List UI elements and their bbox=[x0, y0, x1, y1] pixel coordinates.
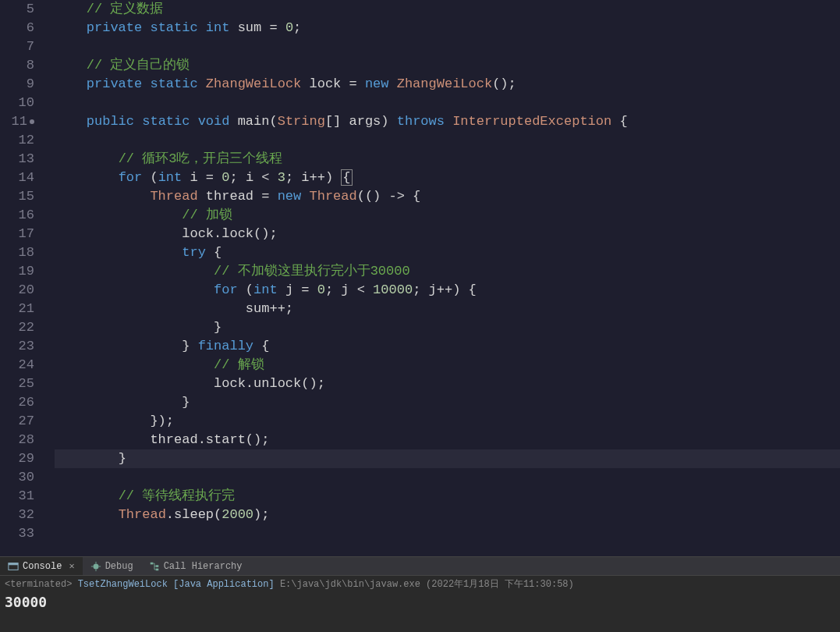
code-line[interactable] bbox=[55, 94, 840, 112]
code-editor[interactable]: 5 6 7 8 9 10 11 12 13 14 15 16 17 18 19 … bbox=[0, 0, 840, 556]
code-line[interactable]: private static int sum = 0; bbox=[55, 19, 840, 37]
hierarchy-icon bbox=[149, 561, 160, 572]
svg-rect-1 bbox=[9, 563, 18, 565]
code-line[interactable] bbox=[55, 468, 840, 487]
panel-tabs: Console ✕ Debug Call Hierarchy bbox=[0, 557, 840, 576]
console-icon bbox=[8, 561, 19, 572]
run-timestamp: (2022年1月18日 下午11:30:58) bbox=[426, 579, 574, 590]
tab-callh-label: Call Hierarchy bbox=[164, 561, 243, 572]
console-output[interactable]: 30000 bbox=[0, 592, 840, 632]
code-line[interactable]: } bbox=[55, 318, 840, 337]
code-line[interactable]: for (int i = 0; i < 3; i++) { bbox=[55, 169, 840, 187]
code-line[interactable]: // 等待线程执行完 bbox=[55, 487, 840, 506]
code-line[interactable]: thread.start(); bbox=[55, 431, 840, 449]
code-line[interactable] bbox=[55, 524, 840, 543]
code-line[interactable]: Thread.sleep(2000); bbox=[55, 506, 840, 524]
code-line[interactable]: // 加锁 bbox=[55, 206, 840, 225]
svg-rect-7 bbox=[150, 562, 153, 564]
svg-rect-8 bbox=[155, 565, 158, 567]
tab-console-label: Console bbox=[23, 561, 62, 572]
tab-debug-label: Debug bbox=[105, 561, 133, 572]
tab-debug[interactable]: Debug bbox=[83, 557, 141, 575]
close-icon[interactable]: ✕ bbox=[69, 560, 74, 572]
code-area[interactable]: // 定义数据 private static int sum = 0; // 定… bbox=[47, 0, 840, 556]
code-line[interactable]: for (int j = 0; j < 10000; j++) { bbox=[55, 281, 840, 300]
tab-console[interactable]: Console ✕ bbox=[0, 557, 83, 575]
code-line[interactable]: private static ZhangWeiLock lock = new Z… bbox=[55, 75, 840, 94]
code-line[interactable]: } bbox=[55, 393, 840, 412]
code-line[interactable] bbox=[55, 131, 840, 150]
code-line[interactable]: public static void main(String[] args) t… bbox=[55, 112, 840, 131]
code-line[interactable]: sum++; bbox=[55, 300, 840, 318]
code-line[interactable]: lock.unlock(); bbox=[55, 375, 840, 393]
code-line[interactable]: // 定义自己的锁 bbox=[55, 56, 840, 75]
bottom-panel: Console ✕ Debug Call Hierarchy <terminat… bbox=[0, 556, 840, 632]
method-marker-icon bbox=[30, 119, 34, 124]
code-line[interactable]: }); bbox=[55, 412, 840, 431]
bug-icon bbox=[90, 561, 101, 572]
svg-point-2 bbox=[93, 563, 98, 569]
run-config-label: TsetZhangWeiLock [Java Application] bbox=[78, 579, 275, 590]
code-line[interactable]: } bbox=[55, 449, 840, 468]
console-status: <terminated> TsetZhangWeiLock [Java Appl… bbox=[0, 576, 840, 592]
code-line[interactable]: // 定义数据 bbox=[55, 0, 840, 19]
code-line[interactable]: lock.lock(); bbox=[55, 225, 840, 243]
code-line[interactable]: // 解锁 bbox=[55, 356, 840, 375]
svg-rect-9 bbox=[155, 568, 158, 570]
code-line[interactable]: Thread thread = new Thread(() -> { bbox=[55, 187, 840, 206]
code-line[interactable]: // 循环3吃，开启三个线程 bbox=[55, 150, 840, 169]
tab-call-hierarchy[interactable]: Call Hierarchy bbox=[141, 557, 250, 575]
code-line[interactable] bbox=[55, 37, 840, 56]
code-line[interactable]: } finally { bbox=[55, 337, 840, 356]
terminated-label: <terminated> bbox=[5, 579, 72, 590]
line-number-gutter: 5 6 7 8 9 10 11 12 13 14 15 16 17 18 19 … bbox=[0, 0, 47, 556]
code-line[interactable]: // 不加锁这里执行完小于30000 bbox=[55, 262, 840, 281]
exe-path: E:\java\jdk\bin\javaw.exe bbox=[280, 579, 420, 590]
code-line[interactable]: try { bbox=[55, 243, 840, 262]
